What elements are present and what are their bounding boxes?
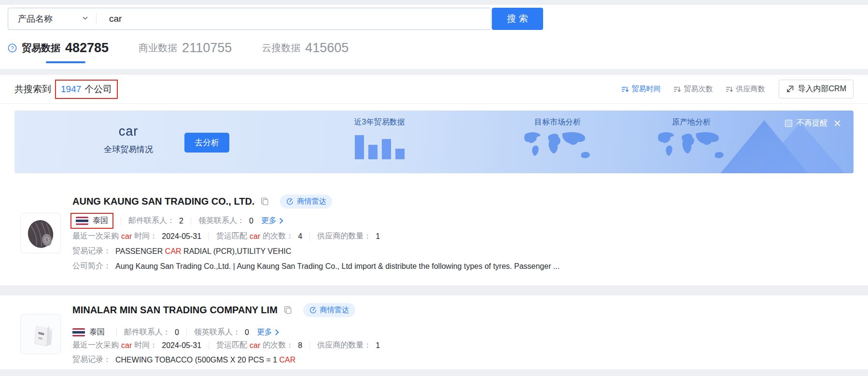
last-purchase-suffix: 时间： (134, 231, 157, 241)
supplier-count-label: 供应商的数量： (317, 340, 371, 350)
tab-trade-data[interactable]: ? 贸易数据 482785 (8, 41, 109, 63)
trade-record-label: 贸易记录： (72, 246, 111, 256)
banner-keyword-block: car 全球贸易情况 (97, 124, 160, 155)
sort-label: 供应商数 (736, 84, 765, 94)
analyze-button[interactable]: 去分析 (184, 133, 229, 153)
more-label: 更多 (261, 216, 277, 226)
supplier-count-value: 1 (376, 341, 380, 350)
company-card: AUNG KAUNG SAN TRADING CO., LTD. 商情雷达 泰国 (0, 188, 868, 285)
company-name[interactable]: AUNG KAUNG SAN TRADING CO., LTD. (72, 196, 254, 207)
trade-record-text: CHEWING TOBACCO (500GMS X 20 PCS = 1 (115, 356, 280, 364)
results-prefix: 共搜索到 (14, 83, 51, 96)
company-name[interactable]: MINALAR MIN SAN TRADING COMPANY LIM (72, 305, 278, 316)
freight-match-value: 8 (298, 341, 302, 350)
company-card: MINALAR MIN SAN TRADING COMPANY LIM 商情雷达… (0, 295, 868, 369)
divider (191, 217, 191, 225)
header: 产品名称 搜 索 ? 贸易数据 482785 商业数据 21107 (0, 5, 868, 69)
tab-label: 贸易数据 (22, 42, 60, 55)
more-label: 更多 (257, 327, 272, 337)
banner-origin-title: 原产地分析 (648, 117, 735, 127)
search-button[interactable]: 搜 索 (492, 8, 543, 30)
import-icon (786, 85, 794, 93)
more-link[interactable]: 更多 (261, 216, 284, 226)
trade-record-label: 贸易记录： (72, 355, 111, 365)
dismiss-label: 不再提醒 (797, 118, 827, 128)
results-card: 共搜索到 1947 个公司 贸易时间 贸易次数 (0, 75, 868, 285)
trade-record-keyword: CAR (165, 247, 182, 255)
divider (209, 342, 209, 349)
sort-descending-icon (673, 85, 681, 93)
keyword-highlight: car (250, 232, 260, 241)
dismiss-checkbox[interactable] (785, 120, 792, 127)
world-map-icon (517, 159, 598, 167)
trade-record-text: RADIAL (PCR),UTILITY VEHIC (182, 247, 292, 255)
banner-market-title: 目标市场分析 (514, 117, 601, 127)
freight-match-value: 4 (298, 232, 302, 241)
divider (209, 233, 209, 240)
company-stats-row: 最近一次采购 car 时间： 2024-05-31 货运匹配 car 的次数： … (72, 340, 380, 350)
chevron-right-icon (279, 218, 284, 224)
sort-descending-icon (621, 85, 629, 93)
sort-trade-count[interactable]: 贸易次数 (673, 84, 713, 94)
category-select[interactable]: 产品名称 (8, 8, 96, 29)
company-stats-row: 最近一次采购 car 时间： 2024-05-31 货运匹配 car 的次数： … (72, 231, 380, 241)
mini-bar-chart (341, 133, 418, 159)
divider (186, 329, 187, 336)
banner-chart-block: 近3年贸易数据 (341, 117, 418, 159)
tab-cloud-search-data[interactable]: 云搜数据 415605 (262, 41, 349, 63)
copy-icon[interactable] (260, 197, 269, 206)
company-thumbnail-tire[interactable] (20, 213, 61, 253)
import-crm-button[interactable]: 导入内部CRM (779, 80, 854, 98)
results-count: 1947 (61, 84, 81, 95)
divider (116, 329, 117, 336)
company-title-row: MINALAR MIN SAN TRADING COMPANY LIM 商情雷达 (72, 303, 355, 317)
company-thumbnail-product[interactable] (20, 314, 61, 354)
banner-origin-block: 原产地分析 (648, 117, 735, 168)
banner-keyword: car (97, 124, 160, 139)
divider (121, 217, 121, 225)
results-summary: 共搜索到 1947 个公司 (14, 80, 118, 99)
company-profile-text: Aung Kaung San Trading Co.,Ltd. | Aung K… (115, 262, 560, 271)
results-suffix: 个公司 (84, 83, 112, 96)
company-profile-label: 公司简介： (72, 261, 111, 271)
search-input[interactable] (97, 8, 491, 29)
sort-trade-time[interactable]: 贸易时间 (621, 84, 661, 94)
freight-match-prefix: 货运匹配 (216, 340, 247, 350)
divider (309, 342, 310, 349)
last-purchase-suffix: 时间： (134, 340, 157, 350)
analysis-banner: car 全球贸易情况 去分析 近3年贸易数据 目标市场分析 (14, 111, 854, 173)
last-purchase-prefix: 最近一次采购 (72, 231, 119, 241)
company-profile-row: 公司简介： Aung Kaung San Trading Co.,Ltd. | … (72, 261, 560, 271)
copy-icon[interactable] (283, 306, 293, 315)
sort-supplier-count[interactable]: 供应商数 (726, 84, 765, 94)
freight-match-suffix: 的次数： (263, 340, 294, 350)
business-radar-badge[interactable]: 商情雷达 (280, 195, 332, 209)
category-select-label: 产品名称 (18, 13, 53, 25)
data-tabs: ? 贸易数据 482785 商业数据 2110755 云搜数据 415605 (8, 41, 349, 63)
annotation-box-results: 1947 个公司 (55, 80, 118, 99)
radar-icon (286, 198, 294, 205)
linkedin-contacts-label: 领英联系人： (198, 216, 245, 226)
page: 产品名称 搜 索 ? 贸易数据 482785 商业数据 21107 (0, 0, 868, 376)
company-meta-row: 泰国 邮件联系人： 2 领英联系人： 0 更多 (70, 213, 284, 229)
tab-count: 482785 (65, 41, 109, 56)
banner-chart-title: 近3年贸易数据 (341, 117, 418, 127)
freight-match-prefix: 货运匹配 (216, 231, 247, 241)
freight-match-suffix: 的次数： (263, 231, 294, 241)
tab-count: 2110755 (182, 41, 232, 56)
results-controls: 贸易时间 贸易次数 供应商数 (609, 80, 854, 98)
annotation-box-country: 泰国 (70, 213, 113, 229)
chevron-right-icon (274, 329, 280, 335)
close-icon[interactable] (834, 120, 841, 127)
company-meta-row: 泰国 邮件联系人： 0 领英联系人： 0 更多 (72, 325, 280, 339)
sort-label: 贸易次数 (684, 84, 713, 94)
last-purchase-date: 2024-05-31 (162, 341, 201, 350)
more-link[interactable]: 更多 (257, 327, 280, 337)
divider (309, 233, 310, 240)
question-circle-icon[interactable]: ? (8, 43, 17, 53)
chevron-down-icon (82, 14, 88, 23)
keyword-highlight: car (250, 341, 260, 350)
business-radar-badge[interactable]: 商情雷达 (303, 303, 355, 317)
country-label: 泰国 (93, 216, 108, 226)
tab-business-data[interactable]: 商业数据 2110755 (139, 41, 232, 63)
